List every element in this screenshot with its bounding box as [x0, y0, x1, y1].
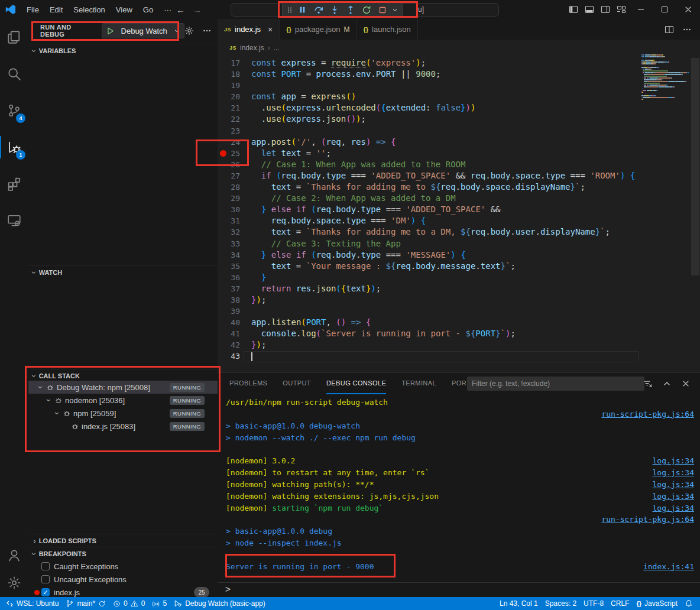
line-number[interactable]: 30 [218, 204, 251, 215]
activity-settings[interactable] [0, 569, 28, 597]
breakpoint-row[interactable]: Uncaught Exceptions [28, 573, 218, 586]
chevron-down-icon[interactable]: › [45, 396, 53, 405]
line-number[interactable]: 19 [218, 80, 251, 91]
console-source-link[interactable]: index.js:41 [643, 561, 694, 573]
line-number[interactable]: 36 [218, 272, 251, 283]
menu-[interactable]: ··· [158, 0, 177, 19]
status-encoding[interactable]: UTF-8 [580, 597, 607, 610]
maximize-panel-icon[interactable] [662, 379, 672, 388]
sidebar-more-actions-icon[interactable] [202, 26, 212, 35]
activity-search[interactable] [0, 56, 28, 92]
tab-package-json[interactable]: {}package.jsonM [280, 19, 357, 40]
console-source-link[interactable]: log.js:34 [653, 467, 694, 479]
layout-left-icon[interactable] [565, 0, 581, 19]
menu-selection[interactable]: Selection [68, 0, 110, 19]
minimap[interactable] [641, 54, 689, 102]
status-ports[interactable]: 5 [148, 597, 170, 610]
status-problems[interactable]: 00 [109, 597, 148, 610]
line-number[interactable]: 42 [218, 339, 251, 351]
line-number[interactable]: 17 [218, 57, 251, 69]
layout-grid-icon[interactable] [613, 0, 629, 19]
nav-back-icon[interactable]: ← [176, 0, 185, 19]
status-indentation[interactable]: Spaces: 2 [542, 597, 580, 610]
line-number[interactable]: 41 [218, 328, 251, 339]
tab-launch-json[interactable]: {}launch.json [357, 19, 417, 40]
menu-view[interactable]: View [111, 0, 138, 19]
line-number[interactable]: 24 [218, 137, 251, 148]
line-number[interactable]: 40 [218, 317, 251, 328]
status-language[interactable]: {}JavaScript [633, 597, 681, 610]
menu-go[interactable]: Go [138, 0, 158, 19]
console-source-link[interactable]: log.js:34 [653, 502, 694, 514]
line-number[interactable]: 38 [218, 294, 251, 306]
minimize-icon[interactable] [629, 0, 653, 19]
line-number[interactable]: 18 [218, 69, 251, 80]
checkbox[interactable] [41, 562, 50, 570]
line-number[interactable]: 37 [218, 283, 251, 294]
layout-bottom-icon[interactable] [581, 0, 597, 19]
panel-tab-output[interactable]: OUTPUT [283, 373, 311, 394]
repl-prompt[interactable]: > [225, 584, 231, 595]
activity-remote-explorer[interactable] [0, 202, 28, 239]
editor-scrollbar[interactable] [691, 58, 699, 275]
console-source-link[interactable]: run-script-pkg.js:64 [601, 408, 694, 420]
nav-forward-icon[interactable]: → [193, 0, 202, 19]
line-number[interactable]: 27 [218, 170, 251, 181]
chevron-down-icon[interactable]: › [53, 409, 61, 418]
debug-step-into-icon[interactable] [327, 3, 342, 17]
breakpoint-row[interactable]: Caught Exceptions [28, 560, 218, 573]
close-panel-icon[interactable] [681, 379, 691, 388]
tab-index-js[interactable]: JSindex.js× [218, 19, 280, 40]
code-editor[interactable]: 17const express = require('express');18c… [218, 57, 700, 362]
line-number[interactable]: 23 [218, 125, 251, 137]
activity-accounts[interactable] [0, 541, 28, 570]
chevron-down-icon[interactable]: › [37, 383, 45, 392]
debug-stop-icon[interactable] [375, 3, 390, 17]
editor-more-actions-icon[interactable] [682, 25, 692, 34]
panel-tab-problems[interactable]: PROBLEMS [229, 373, 267, 394]
close-tab-icon[interactable]: × [268, 25, 273, 34]
line-number[interactable]: 35 [218, 261, 251, 272]
line-number[interactable]: 28 [218, 181, 251, 193]
line-number[interactable]: 20 [218, 91, 251, 102]
menu-file[interactable]: File [21, 0, 44, 19]
line-number[interactable]: 31 [218, 215, 251, 226]
checkbox[interactable] [41, 575, 50, 583]
console-source-link[interactable]: log.js:34 [653, 455, 694, 467]
activity-extensions[interactable] [0, 166, 28, 202]
debug-pause-icon[interactable] [295, 3, 310, 17]
layout-right-icon[interactable] [597, 0, 613, 19]
close-icon[interactable] [676, 0, 700, 19]
activity-explorer[interactable] [0, 19, 28, 56]
split-editor-icon[interactable] [665, 25, 674, 34]
console-source-link[interactable]: run-script-pkg.js:64 [601, 514, 694, 525]
status-cursor-position[interactable]: Ln 43, Col 1 [496, 597, 542, 610]
debug-step-over-icon[interactable] [311, 3, 326, 17]
launch-config-dropdown[interactable]: Debug Watch [102, 23, 184, 38]
breadcrumb-item[interactable]: ... [274, 44, 280, 52]
checkbox[interactable]: ✓ [41, 588, 50, 596]
maximize-icon[interactable] [653, 0, 676, 19]
line-number[interactable]: 39 [218, 306, 251, 317]
line-number[interactable]: 21 [218, 102, 251, 113]
line-number[interactable]: 32 [218, 226, 251, 238]
debug-settings-gear-icon[interactable] [184, 26, 194, 35]
debug-restart-icon[interactable] [359, 3, 374, 17]
menu-edit[interactable]: Edit [44, 0, 68, 19]
console-source-link[interactable]: log.js:34 [653, 491, 694, 502]
filter-icon[interactable] [643, 379, 653, 388]
line-number[interactable]: 26 [218, 159, 251, 170]
console-filter-input[interactable] [467, 377, 644, 391]
status-debug-session[interactable]: Debug Watch (basic-app) [170, 597, 269, 610]
line-number[interactable]: 34 [218, 249, 251, 261]
status-remote[interactable]: WSL: Ubuntu [2, 597, 62, 610]
debug-chevron-down-icon[interactable] [391, 3, 399, 17]
section-loaded-scripts[interactable]: ›LOADED SCRIPTS [28, 534, 218, 547]
section-breakpoints[interactable]: ›BREAKPOINTS [28, 547, 218, 560]
line-number[interactable]: 29 [218, 193, 251, 204]
call-stack-session[interactable]: ›Debug Watch: npm [25008]RUNNING [28, 381, 218, 394]
call-stack-session[interactable]: ›nodemon [25036]RUNNING [28, 394, 218, 407]
breadcrumb[interactable]: JSindex.js›... [218, 40, 700, 56]
call-stack-session[interactable]: index.js [25083]RUNNING [28, 420, 218, 433]
activity-source-control[interactable]: 4 [0, 92, 28, 129]
